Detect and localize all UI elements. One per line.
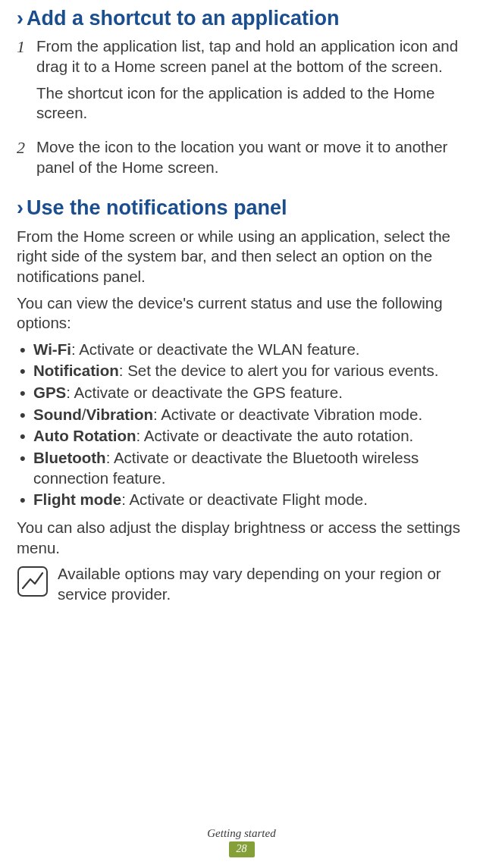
heading-notifications-panel: ›Use the notifications panel [17, 196, 466, 220]
option-desc: : Set the device to alert you for variou… [119, 362, 439, 379]
option-desc: : Activate or deactivate the WLAN featur… [71, 340, 360, 358]
chevron-right-icon: › [17, 196, 24, 219]
note-text: Available options may vary depending on … [53, 564, 466, 604]
list-item: Auto Rotation: Activate or deactivate th… [17, 426, 466, 447]
option-name: Auto Rotation [33, 427, 136, 444]
step-number: 2 [17, 137, 36, 183]
option-desc: : Activate or deactivate Flight mode. [121, 490, 368, 508]
option-desc: : Activate or deactivate the GPS feature… [66, 384, 343, 401]
step1-p1: From the application list, tap and hold … [36, 36, 466, 77]
note-icon [17, 564, 53, 597]
list-item: Sound/Vibration: Activate or deactivate … [17, 405, 466, 425]
step2-p1: Move the icon to the location you want o… [36, 137, 466, 177]
list-item: Wi-Fi: Activate or deactivate the WLAN f… [17, 340, 466, 360]
footer-page-number: 28 [229, 841, 255, 857]
option-name: Notification [33, 362, 119, 379]
note-block: Available options may vary depending on … [17, 564, 466, 604]
option-desc: : Activate or deactivate Vibration mode. [153, 406, 422, 423]
heading-text: Use the notifications panel [27, 196, 287, 219]
option-name: Sound [33, 406, 82, 423]
step1-p2: The shortcut icon for the application is… [36, 83, 466, 124]
option-desc: : Activate or deactivate the auto rotati… [136, 427, 414, 444]
option-name-2: Vibration [86, 406, 152, 423]
option-name: Flight mode [33, 490, 121, 508]
list-item: Flight mode: Activate or deactivate Flig… [17, 490, 466, 510]
step-number: 1 [17, 36, 36, 130]
option-name: GPS [33, 384, 66, 401]
step-2: 2 Move the icon to the location you want… [17, 137, 466, 183]
options-list: Wi-Fi: Activate or deactivate the WLAN f… [17, 340, 466, 510]
list-item: Notification: Set the device to alert yo… [17, 361, 466, 381]
heading-text: Add a shortcut to an application [27, 7, 340, 30]
intro-para-2: You can view the device's current status… [17, 293, 466, 334]
chevron-right-icon: › [17, 7, 24, 30]
footer-section-label: Getting started [0, 827, 483, 840]
step-body: From the application list, tap and hold … [36, 36, 466, 130]
step-body: Move the icon to the location you want o… [36, 137, 466, 183]
heading-add-shortcut: ›Add a shortcut to an application [17, 6, 466, 30]
option-name: Wi-Fi [33, 340, 71, 358]
list-item: Bluetooth: Activate or deactivate the Bl… [17, 448, 466, 488]
list-item: GPS: Activate or deactivate the GPS feat… [17, 383, 466, 403]
closing-para: You can also adjust the display brightne… [17, 518, 466, 558]
option-name: Bluetooth [33, 449, 106, 466]
page-footer: Getting started 28 [0, 827, 483, 857]
intro-para-1: From the Home screen or while using an a… [17, 227, 466, 287]
step-1: 1 From the application list, tap and hol… [17, 36, 466, 130]
